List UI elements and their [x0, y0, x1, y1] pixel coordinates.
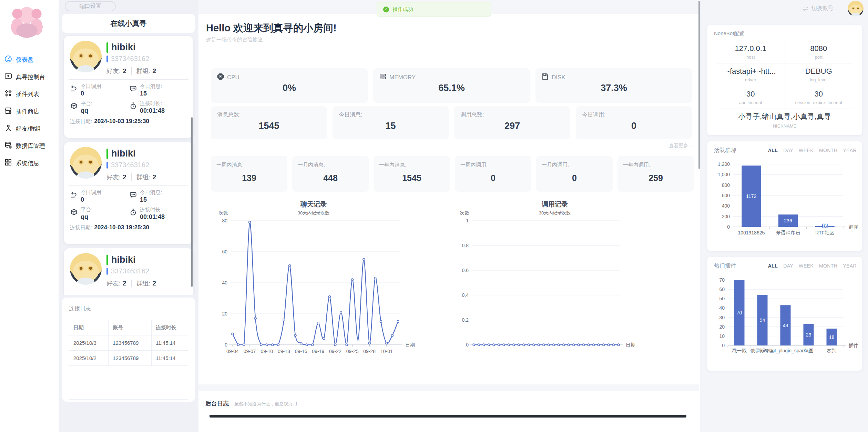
- svg-text:23: 23: [806, 332, 811, 338]
- divider: [131, 173, 132, 181]
- svg-text:插件: 插件: [848, 343, 858, 348]
- bot-id: 3373463162: [111, 267, 149, 275]
- user-avatar[interactable]: [848, 1, 864, 17]
- system-info-icon: [4, 158, 12, 168]
- sidebar-item-plugin-list[interactable]: 插件列表: [0, 86, 59, 103]
- disk-value: 37.3%: [535, 83, 692, 93]
- groups-label: 群组:: [136, 67, 151, 75]
- tab-year[interactable]: YEAR: [843, 148, 857, 153]
- svg-text:30天内记录次数: 30天内记录次数: [298, 210, 329, 215]
- svg-text:400: 400: [722, 203, 730, 209]
- friends-label: 好友:: [106, 67, 121, 75]
- config-loglevel-value: DEBUG: [805, 67, 832, 76]
- tab-day[interactable]: DAY: [783, 148, 793, 153]
- bot-card[interactable]: hibiki 3373463162 好友:2群组:2 今日调用:0 今日消息:1…: [64, 142, 193, 244]
- sidebar-item-friends-groups[interactable]: 好友/群组: [0, 120, 59, 137]
- hot-plugins-title: 热门插件: [714, 262, 736, 270]
- sidebar-item-dashboard[interactable]: 仪表盘: [0, 51, 59, 68]
- tab-all[interactable]: ALL: [768, 148, 778, 153]
- groups-count: 2: [153, 280, 156, 287]
- tab-week[interactable]: WEEK: [799, 263, 814, 269]
- week-calls-value: 0: [455, 173, 531, 183]
- disk-stat-card: DISK 37.3%: [535, 68, 692, 103]
- right-panel: ⇌ 切换账号 NoneBot配置 127.0.0.1host 8080port …: [700, 0, 868, 432]
- call-records-line-chart: 调用记录30天内记录次数次数日期00.20.40.60.81: [448, 198, 675, 367]
- bot-list-scrollbar[interactable]: [191, 117, 193, 287]
- tab-week[interactable]: WEEK: [799, 148, 814, 153]
- tab-all[interactable]: ALL: [768, 263, 778, 269]
- cpu-icon: [216, 72, 225, 82]
- today-messages-value: 15: [333, 121, 449, 131]
- tab-year[interactable]: YEAR: [843, 263, 857, 269]
- svg-text:调用记录: 调用记录: [541, 201, 568, 208]
- tab-month[interactable]: MONTH: [819, 148, 837, 153]
- month-calls-card: 一月内调用: 0: [536, 156, 613, 192]
- sidebar-item-console[interactable]: 真寻控制台: [0, 68, 59, 86]
- table-empty-row: [69, 366, 188, 400]
- bot-card[interactable]: hibiki 3373463162 好友:2群组:2: [64, 248, 193, 295]
- today-call-value: 0: [81, 196, 103, 203]
- platform-cube-icon: [70, 100, 78, 114]
- config-sessiontimeout-value: 30: [815, 90, 823, 99]
- svg-text:20: 20: [719, 324, 725, 330]
- divider: [131, 67, 132, 75]
- memory-value: 65.1%: [373, 83, 530, 93]
- svg-text:800: 800: [722, 182, 730, 188]
- duration-value: 00:01:48: [140, 213, 165, 221]
- total-calls-card: 调用总数: 297: [454, 106, 570, 139]
- duration-label: 连接时长:: [140, 100, 165, 107]
- divider: [69, 79, 188, 80]
- today-calls-label: 今日调用:: [582, 111, 605, 119]
- col-account: 账号: [109, 320, 152, 335]
- svg-text:笨蛋程序员: 笨蛋程序员: [776, 230, 800, 235]
- svg-text:18: 18: [829, 334, 835, 340]
- platform-value: qq: [81, 107, 92, 114]
- month-calls-value: 0: [536, 173, 613, 183]
- config-host-value: 127.0.0.1: [735, 44, 766, 53]
- switch-account-button[interactable]: ⇌ 切换账号: [803, 4, 834, 12]
- cell-duration: 11:45:14: [152, 335, 188, 351]
- online-bots-title: 在线小真寻: [62, 14, 195, 33]
- cpu-stat-card: CPU 0%: [211, 68, 368, 103]
- bot-id: 3373463162: [111, 161, 149, 169]
- sidebar-item-system-info[interactable]: 系统信息: [0, 154, 59, 172]
- cpu-value: 0%: [211, 83, 368, 93]
- bot-card[interactable]: hibiki 3373463162 好友:2群组:2 今日调用:0 今日消息:1…: [64, 36, 193, 138]
- duration-value: 00:01:48: [140, 107, 165, 114]
- svg-text:09-19: 09-19: [312, 349, 324, 354]
- view-more-link[interactable]: 查看更多...: [623, 143, 692, 149]
- svg-text:0: 0: [225, 342, 227, 348]
- database-icon: [4, 141, 12, 151]
- sidebar-item-plugin-store[interactable]: 插件商店: [0, 103, 59, 120]
- bot-name: hibiki: [111, 42, 136, 53]
- svg-text:40: 40: [719, 305, 725, 311]
- year-messages-card: 一年内消息: 1545: [374, 156, 450, 192]
- connect-date-value: 2024-10-03 19:25:30: [94, 224, 149, 231]
- cell-duration: 11:45:14: [152, 351, 188, 366]
- svg-text:60: 60: [222, 249, 227, 254]
- week-calls-label: 一周内调用:: [460, 162, 488, 168]
- friends-groups-icon: [4, 124, 12, 134]
- bot-card-list: hibiki 3373463162 好友:2群组:2 今日调用:0 今日消息:1…: [59, 35, 198, 295]
- year-messages-label: 一年内消息:: [379, 162, 406, 168]
- main-scrollbar[interactable]: [698, 1, 700, 169]
- col-date: 日期: [69, 320, 109, 335]
- week-messages-card: 一周内消息: 139: [211, 156, 287, 192]
- sidebar-item-database[interactable]: 数据库管理: [0, 137, 59, 154]
- port-settings-button[interactable]: 端口设置: [65, 1, 116, 11]
- active-groups-bar-chart: 02004006008001,0001,20011721001918625236…: [707, 158, 862, 248]
- page-subtitle: 这是一场传奇的冒险旅途...: [206, 37, 267, 43]
- plugin-list-icon: [4, 89, 12, 99]
- year-messages-value: 1545: [374, 173, 450, 183]
- today-messages-card: 今日消息: 15: [333, 106, 449, 139]
- timer-icon: [129, 100, 137, 114]
- dashboard-page: 仪表盘 真寻控制台 插件列表 插件商店 好友/群组 数据库管理: [0, 0, 868, 432]
- tab-day[interactable]: DAY: [783, 263, 793, 269]
- svg-text:80: 80: [222, 218, 227, 223]
- platform-value: qq: [81, 213, 92, 221]
- today-call-label: 今日调用:: [81, 83, 103, 90]
- sidebar-item-label: 真寻控制台: [16, 73, 45, 81]
- config-sessiontimeout-label: session_expire_timeout: [795, 100, 842, 105]
- tab-month[interactable]: MONTH: [819, 263, 837, 269]
- config-apitimeout-value: 30: [746, 90, 755, 99]
